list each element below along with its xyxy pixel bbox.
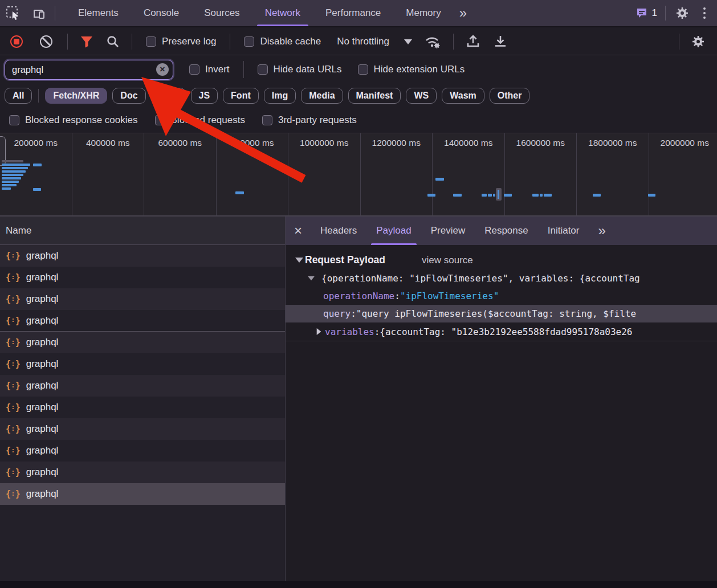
- details-tab-initiator[interactable]: Initiator: [538, 217, 589, 245]
- request-row[interactable]: {:}graphql: [0, 332, 285, 353]
- checkbox[interactable]: [155, 115, 165, 125]
- checkbox[interactable]: [189, 64, 199, 75]
- timeline-tick-label: 1000000 ms: [288, 138, 360, 148]
- request-row[interactable]: {:}graphql: [0, 353, 285, 375]
- request-row[interactable]: {:}graphql: [0, 375, 285, 397]
- payload-variables-line[interactable]: variables: {accountTag: "b12e3b2192ee558…: [286, 322, 717, 341]
- tab-memory[interactable]: Memory: [393, 0, 453, 26]
- filter-chip-manifest[interactable]: Manifest: [348, 88, 401, 104]
- request-name: graphql: [26, 380, 59, 391]
- import-har-icon[interactable]: [459, 34, 487, 49]
- fetch-xhr-icon: {:}: [6, 402, 21, 413]
- brace-glyph: {: [6, 424, 11, 434]
- view-source-link[interactable]: view source: [422, 255, 473, 266]
- waterfall-bar: [427, 194, 435, 197]
- panel-tabs: ElementsConsoleSourcesNetworkPerformance…: [66, 0, 454, 26]
- blocked-response-cookies-checkbox[interactable]: Blocked response cookies: [0, 115, 146, 126]
- request-row[interactable]: {:}graphql: [0, 310, 285, 332]
- search-icon[interactable]: [100, 35, 126, 48]
- payload-operation-line[interactable]: operationName: "ipFlowTimeseries": [286, 287, 717, 305]
- request-row[interactable]: {:}graphql: [0, 397, 285, 418]
- tab-performance[interactable]: Performance: [313, 0, 393, 26]
- checkbox[interactable]: [244, 36, 254, 47]
- disable-cache-checkbox[interactable]: Disable cache: [236, 36, 329, 47]
- tab-console[interactable]: Console: [131, 0, 192, 26]
- filter-chip-img[interactable]: Img: [264, 88, 296, 104]
- throttling-select[interactable]: No throttling: [329, 36, 418, 47]
- clear-filter-icon[interactable]: ×: [156, 63, 169, 76]
- tab-elements[interactable]: Elements: [66, 0, 131, 26]
- filter-chip-ws[interactable]: WS: [406, 88, 437, 104]
- filter-chip-fetchxhr[interactable]: Fetch/XHR: [45, 88, 107, 104]
- colon-glyph: :: [11, 252, 15, 259]
- payload-query-line-selected[interactable]: query: "query ipFlowTimeseries($accountT…: [286, 305, 717, 322]
- checkbox[interactable]: [9, 115, 19, 125]
- request-row[interactable]: {:}graphql: [0, 418, 285, 440]
- fetch-xhr-icon: {:}: [6, 359, 21, 369]
- more-details-tabs-icon[interactable]: »: [592, 223, 610, 239]
- filter-chip-font[interactable]: Font: [223, 88, 259, 104]
- preserve-log-checkbox[interactable]: Preserve log: [138, 36, 224, 47]
- timeline-column: 1800000 ms: [577, 133, 649, 217]
- checkbox[interactable]: [146, 36, 156, 47]
- record-button[interactable]: [10, 35, 23, 48]
- tab-sources[interactable]: Sources: [192, 0, 252, 26]
- third-party-requests-checkbox[interactable]: 3rd-party requests: [254, 115, 365, 126]
- name-column-header[interactable]: Name: [0, 217, 285, 245]
- checkbox[interactable]: [258, 64, 268, 75]
- export-har-icon[interactable]: [487, 34, 514, 49]
- request-row[interactable]: {:}graphql: [0, 462, 285, 483]
- blocked-requests-checkbox[interactable]: Blocked requests: [146, 115, 254, 126]
- issues-button[interactable]: 1: [631, 7, 662, 19]
- request-row[interactable]: {:}graphql: [0, 245, 285, 267]
- settings-gear-icon[interactable]: [669, 0, 695, 26]
- request-row[interactable]: {:}graphql: [0, 288, 285, 310]
- details-tab-payload[interactable]: Payload: [366, 217, 421, 245]
- checkbox[interactable]: [358, 64, 368, 75]
- expand-triangle-icon[interactable]: [308, 276, 315, 281]
- clear-requests-icon[interactable]: [40, 35, 52, 48]
- filter-input[interactable]: [5, 60, 173, 80]
- details-tab-headers[interactable]: Headers: [311, 217, 366, 245]
- network-settings-gear-icon[interactable]: [685, 35, 711, 48]
- waterfall-bar: [544, 194, 552, 197]
- details-tab-preview[interactable]: Preview: [421, 217, 475, 245]
- network-conditions-icon[interactable]: [418, 35, 447, 48]
- hide-extension-urls-checkbox[interactable]: Hide extension URLs: [350, 64, 473, 75]
- invert-checkbox[interactable]: Invert: [181, 64, 238, 75]
- filter-chip-js[interactable]: JS: [191, 88, 218, 104]
- collapse-triangle-icon[interactable]: [295, 258, 303, 263]
- request-name: graphql: [26, 272, 59, 283]
- close-details-icon[interactable]: ×: [286, 217, 311, 245]
- network-overview-timeline[interactable]: 200000 ms400000 ms600000 ms800000 ms1000…: [0, 133, 717, 217]
- filter-chip-css[interactable]: CSS: [151, 88, 186, 104]
- timeline-column: 1600000 ms: [505, 133, 577, 217]
- filter-chip-media[interactable]: Media: [301, 88, 343, 104]
- request-row[interactable]: {:}graphql: [0, 440, 285, 462]
- request-row[interactable]: {:}graphql: [0, 483, 285, 505]
- requests-panel: Name {:}graphql{:}graphql{:}graphql{:}gr…: [0, 217, 286, 581]
- details-tab-response[interactable]: Response: [475, 217, 538, 245]
- throttling-value: No throttling: [337, 36, 389, 47]
- colon-glyph: :: [11, 425, 15, 432]
- filter-funnel-icon[interactable]: [74, 35, 100, 48]
- filter-chip-all[interactable]: All: [5, 88, 32, 104]
- requests-list: {:}graphql{:}graphql{:}graphql{:}graphql…: [0, 245, 285, 505]
- filter-chip-wasm[interactable]: Wasm: [442, 88, 484, 104]
- payload-summary-line[interactable]: {operationName: "ipFlowTimeseries", vari…: [286, 270, 717, 287]
- checkbox[interactable]: [262, 115, 272, 125]
- inspect-element-icon[interactable]: [0, 0, 26, 26]
- brace-glyph: }: [15, 272, 21, 283]
- brace-glyph: }: [15, 467, 21, 477]
- filter-chip-doc[interactable]: Doc: [112, 88, 145, 104]
- kebab-menu-icon[interactable]: [696, 7, 712, 19]
- request-row[interactable]: {:}graphql: [0, 267, 285, 288]
- expand-triangle-icon[interactable]: [317, 328, 321, 335]
- issues-count: 1: [652, 7, 657, 19]
- filter-chip-other[interactable]: Other: [490, 88, 530, 104]
- tab-network[interactable]: Network: [252, 0, 313, 26]
- hide-data-urls-checkbox[interactable]: Hide data URLs: [250, 64, 350, 75]
- more-panels-icon[interactable]: »: [454, 5, 471, 21]
- device-toolbar-icon[interactable]: [26, 0, 52, 26]
- separator: [67, 34, 68, 50]
